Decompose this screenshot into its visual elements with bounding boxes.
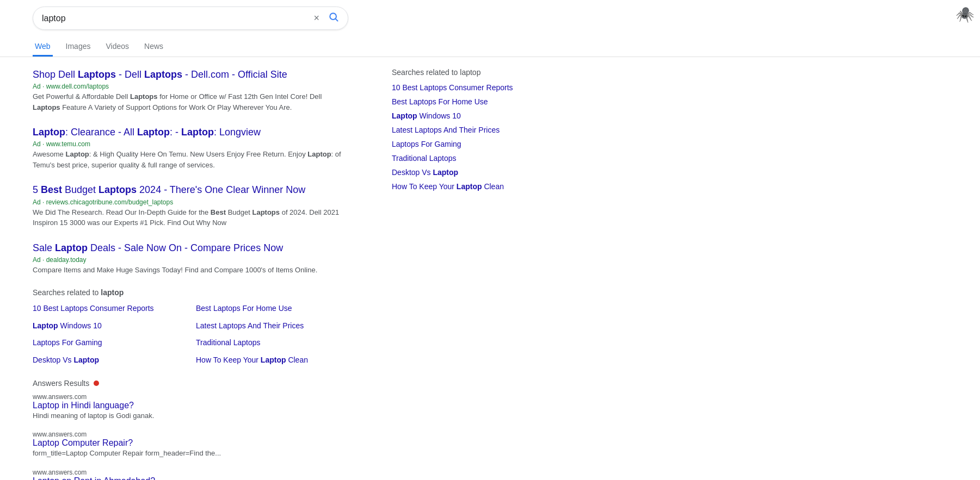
ad-desc-4: Compare Items and Make Huge Savings Toda… [33,265,348,276]
right-related-link-4[interactable]: Latest Laptops And Their Prices [392,126,500,134]
main-content: Shop Dell Laptops - Dell Laptops - Dell.… [0,57,980,480]
right-related-link-3[interactable]: Laptop Windows 10 [392,111,461,120]
related-link-bottom-1[interactable]: 10 Best Laptops Consumer Reports [33,303,185,314]
right-related-keyword: laptop [460,68,480,77]
ad-result-3-title[interactable]: 5 Best Budget Laptops 2024 - There's One… [33,184,305,195]
answers-section: Answers Results www.answers.com Laptop i… [33,379,348,480]
search-input[interactable] [42,14,311,23]
right-related-link-7[interactable]: Desktop Vs Laptop [392,168,458,177]
header: × Web Images Videos News [0,0,980,57]
answer-title-2[interactable]: Laptop Computer Repair? [33,438,133,447]
tab-web[interactable]: Web [33,38,53,57]
ad-label-4: Ad · dealday.today [33,256,348,264]
ad-result-2-title[interactable]: Laptop: Clearance - All Laptop: - Laptop… [33,127,261,138]
right-column: Searches related to laptop 10 Best Lapto… [392,68,588,480]
right-related-list: 10 Best Laptops Consumer Reports Best La… [392,83,588,191]
tab-images[interactable]: Images [64,38,93,57]
right-related-item-3: Laptop Windows 10 [392,111,588,120]
related-link-bottom-6[interactable]: Traditional Laptops [196,338,348,348]
ad-desc-2: Awesome Laptop: & High Quality Here On T… [33,149,348,170]
related-grid-bottom: 10 Best Laptops Consumer Reports Best La… [33,303,348,365]
ad-url-2: www.temu.com [46,140,90,148]
red-dot-icon [94,381,99,386]
related-link-bottom-8[interactable]: How To Keep Your Laptop Clean [196,355,348,366]
left-column: Shop Dell Laptops - Dell Laptops - Dell.… [33,68,348,480]
right-related-item-4: Latest Laptops And Their Prices [392,126,588,134]
ad-desc-1: Get Powerful & Affordable Dell Laptops f… [33,91,348,113]
ad-label-3: Ad · reviews.chicagotribune.com/budget_l… [33,198,348,206]
answer-item-2: www.answers.com Laptop Computer Repair? … [33,431,348,459]
answer-desc-1: Hindi meaning of laptop is Godi ganak. [33,410,348,421]
answer-item-3: www.answers.com Laptop on Rent in Ahmeda… [33,469,348,480]
ad-url-4: dealday.today [46,256,87,264]
ad-label-2: Ad · www.temu.com [33,140,348,148]
right-related-item-5: Laptops For Gaming [392,140,588,148]
ad-result-1: Shop Dell Laptops - Dell Laptops - Dell.… [33,68,348,113]
right-related-link-2[interactable]: Best Laptops For Home Use [392,97,488,106]
tab-news[interactable]: News [142,38,165,57]
nav-tabs: Web Images Videos News [33,35,947,57]
tab-videos[interactable]: Videos [103,38,131,57]
ad-result-4-title[interactable]: Sale Laptop Deals - Sale Now On - Compar… [33,242,283,253]
ad-result-3: 5 Best Budget Laptops 2024 - There's One… [33,183,348,228]
ad-result-1-title[interactable]: Shop Dell Laptops - Dell Laptops - Dell.… [33,69,287,80]
ad-url-1: www.dell.com/laptops [46,83,109,90]
search-bar: × [33,7,348,30]
answer-title-1[interactable]: Laptop in Hindi language? [33,401,134,410]
related-link-bottom-7[interactable]: Desktop Vs Laptop [33,355,185,366]
search-icon [328,11,339,22]
right-related-item-1: 10 Best Laptops Consumer Reports [392,83,588,92]
ad-url-3: reviews.chicagotribune.com/budget_laptop… [46,198,173,206]
search-submit-button[interactable] [328,11,339,25]
answer-item-1: www.answers.com Laptop in Hindi language… [33,393,348,421]
answers-header: Answers Results [33,379,348,388]
related-link-bottom-5[interactable]: Laptops For Gaming [33,338,185,348]
related-link-bottom-2[interactable]: Best Laptops For Home Use [196,303,348,314]
spider-icon: 🕷️ [956,5,975,23]
right-related-item-6: Traditional Laptops [392,154,588,163]
answer-source-2: www.answers.com [33,431,348,438]
related-header-bottom: Searches related to laptop [33,288,348,297]
related-keyword-bottom: laptop [101,288,124,297]
right-related-link-1[interactable]: 10 Best Laptops Consumer Reports [392,83,513,92]
answer-source-1: www.answers.com [33,393,348,401]
right-related-link-8[interactable]: How To Keep Your Laptop Clean [392,182,504,191]
related-searches-bottom: Searches related to laptop 10 Best Lapto… [33,288,348,365]
related-link-bottom-3[interactable]: Laptop Windows 10 [33,321,185,332]
right-related-link-5[interactable]: Laptops For Gaming [392,140,461,148]
right-related-header: Searches related to laptop [392,68,588,77]
answers-header-text: Answers Results [33,379,89,388]
answer-title-3[interactable]: Laptop on Rent in Ahmedabad? [33,476,155,480]
svg-line-1 [336,19,338,21]
search-clear-button[interactable]: × [311,13,322,24]
right-related-link-6[interactable]: Traditional Laptops [392,154,457,163]
right-related-item-2: Best Laptops For Home Use [392,97,588,106]
ad-result-4: Sale Laptop Deals - Sale Now On - Compar… [33,241,348,276]
right-related-item-7: Desktop Vs Laptop [392,168,588,177]
ad-result-2: Laptop: Clearance - All Laptop: - Laptop… [33,126,348,170]
answer-source-3: www.answers.com [33,469,348,476]
right-related-item-8: How To Keep Your Laptop Clean [392,182,588,191]
ad-desc-3: We Did The Research. Read Our In-Depth G… [33,207,348,228]
answer-desc-2: form_title=Laptop Computer Repair form_h… [33,448,348,459]
related-link-bottom-4[interactable]: Latest Laptops And Their Prices [196,321,348,332]
ad-label-1: Ad · www.dell.com/laptops [33,83,348,90]
